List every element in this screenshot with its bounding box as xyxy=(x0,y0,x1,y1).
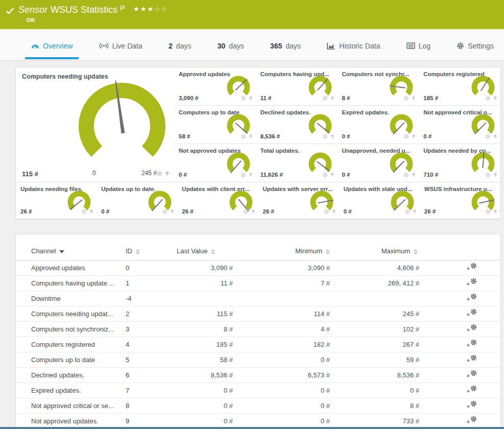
gauge-settings-gear-icon[interactable] xyxy=(156,170,162,179)
channel-gauge-tile[interactable]: Updates with stale upd... 0 # xyxy=(339,182,420,219)
gauge-settings-gear-icon[interactable] xyxy=(403,132,409,141)
channel-settings-gear-icon[interactable] xyxy=(467,278,477,287)
gauge-settings-gear-icon[interactable] xyxy=(485,94,491,103)
channel-gauge-tile[interactable]: Updates up to date. 0 # xyxy=(97,182,177,219)
channel-settings-gear-icon[interactable] xyxy=(467,354,477,364)
gauge-settings-gear-icon[interactable] xyxy=(241,132,246,141)
tab-settings[interactable]: Settings xyxy=(453,31,497,61)
channel-gauge-tile[interactable]: Not approved updates 0 # xyxy=(174,144,256,182)
gauge-pin-icon[interactable] xyxy=(170,207,175,217)
cell-channel[interactable]: Approved updates xyxy=(16,260,126,275)
gauge-settings-gear-icon[interactable] xyxy=(403,171,409,180)
gauge-pin-icon[interactable] xyxy=(493,94,498,103)
cell-channel[interactable]: Computers having update ... xyxy=(16,275,126,291)
gauge-settings-gear-icon[interactable] xyxy=(404,207,410,217)
gauge-settings-gear-icon[interactable] xyxy=(241,94,246,103)
gauge-settings-gear-icon[interactable] xyxy=(485,207,491,217)
gauge-settings-gear-icon[interactable] xyxy=(485,171,491,180)
gauge-settings-gear-icon[interactable] xyxy=(241,171,246,180)
gauge-pin-icon[interactable] xyxy=(411,94,416,103)
priority-stars[interactable]: ★★★☆☆ xyxy=(133,5,168,14)
tab-historic-data[interactable]: Historic Data xyxy=(324,31,383,61)
cell-channel[interactable]: Downtime xyxy=(16,291,126,306)
column-header-id[interactable]: ID xyxy=(126,243,177,260)
channel-gauge-tile[interactable]: Declined updates. 8,536 # xyxy=(256,106,338,144)
gauge-pin-icon[interactable] xyxy=(331,207,337,217)
column-header-maximum[interactable]: Maximum xyxy=(338,243,427,260)
cell-channel[interactable]: Computers needing updat... xyxy=(16,306,126,321)
status-check-icon xyxy=(6,7,14,16)
gauge-pin-icon[interactable] xyxy=(411,171,416,180)
channel-gauge-tile[interactable]: Total updates. 11,626 # xyxy=(256,144,338,182)
gauge-pin-icon[interactable] xyxy=(89,207,94,217)
gauge-pin-icon[interactable] xyxy=(251,207,256,217)
gauge-pin-icon[interactable] xyxy=(248,132,253,141)
cell-channel[interactable]: Computers up to date xyxy=(16,352,126,367)
gauge-settings-gear-icon[interactable] xyxy=(324,207,329,217)
gauge-pin-icon[interactable] xyxy=(330,94,335,103)
channel-settings-gear-icon[interactable] xyxy=(467,385,477,394)
channel-settings-gear-icon[interactable] xyxy=(467,339,477,348)
channel-gauge-tile[interactable]: Updates with client err... 26 # xyxy=(177,182,258,219)
tab-log[interactable]: Log xyxy=(403,31,434,61)
gauge-pin-icon[interactable] xyxy=(493,132,498,141)
channel-gauge-tile[interactable]: Approved updates 3,090 # xyxy=(174,67,256,106)
channel-settings-gear-icon[interactable] xyxy=(467,324,477,333)
gauge-settings-gear-icon[interactable] xyxy=(403,94,409,103)
channel-gauge-tile[interactable]: WSUS infrastructure u... 26 # xyxy=(420,182,500,219)
flag-icon[interactable] xyxy=(120,3,125,13)
gauge-settings-gear-icon[interactable] xyxy=(322,171,328,180)
channel-gauge-value: 0 # xyxy=(344,208,352,214)
channel-settings-gear-icon[interactable] xyxy=(467,308,477,318)
channel-gauge-tile[interactable]: Computers registered 185 # xyxy=(419,67,500,106)
cell-channel[interactable]: Not approved updates. xyxy=(16,413,126,428)
channel-gauge-tile[interactable]: Updates needed by co... 710 # xyxy=(419,144,500,182)
gauge-pin-icon[interactable] xyxy=(493,207,498,217)
gauge-settings-gear-icon[interactable] xyxy=(322,94,328,103)
tab-overview[interactable]: Overview xyxy=(28,31,76,61)
cell-minimum: 0 # xyxy=(235,398,338,413)
gauge-pin-icon[interactable] xyxy=(493,171,498,180)
column-header-minimum[interactable]: Minimum xyxy=(235,243,338,260)
channel-gauge-tile[interactable]: Expired updates. 0 # xyxy=(338,106,419,144)
cell-channel[interactable]: Expired updates. xyxy=(16,383,126,398)
channel-settings-gear-icon[interactable] xyxy=(467,263,477,272)
cell-channel[interactable]: Computers registered xyxy=(16,337,126,352)
gauge-settings-gear-icon[interactable] xyxy=(322,132,328,141)
gauge-pin-icon[interactable] xyxy=(248,94,253,103)
cell-channel[interactable]: Computers not synchroniz... xyxy=(16,321,126,337)
gauge-pin-icon[interactable] xyxy=(330,132,335,141)
channel-gauge-tile[interactable]: Updates with server err... 26 # xyxy=(258,182,339,219)
channel-gauge-tile[interactable]: Updates needing files. 26 # xyxy=(16,182,97,219)
column-header-last-value[interactable]: Last Value xyxy=(177,243,235,260)
gauge-settings-gear-icon[interactable] xyxy=(243,207,249,217)
gauge-pin-icon[interactable] xyxy=(411,132,416,141)
cell-maximum: 733 # xyxy=(338,413,427,428)
tab-30-days[interactable]: 30 days xyxy=(214,31,247,61)
gauge-settings-gear-icon[interactable] xyxy=(162,207,167,217)
channel-gauge-tile[interactable]: Computers having upd... 11 # xyxy=(256,67,338,106)
channel-settings-gear-icon[interactable] xyxy=(467,400,477,410)
gauge-pin-icon[interactable] xyxy=(164,170,170,179)
gauge-pin-icon[interactable] xyxy=(412,207,417,217)
gauge-settings-gear-icon[interactable] xyxy=(485,132,491,141)
channel-gauge-tile[interactable]: Computers not synchr... 8 # xyxy=(338,67,419,106)
column-header-channel[interactable]: Channel xyxy=(16,243,126,260)
cell-channel[interactable]: Declined updates. xyxy=(16,367,126,383)
gauge-pin-icon[interactable] xyxy=(330,171,335,180)
tab-2-days[interactable]: 2 days xyxy=(165,31,194,61)
channel-settings-gear-icon[interactable] xyxy=(467,370,477,379)
channel-gauge-tile[interactable]: Not approved critical o... 0 # xyxy=(419,106,500,144)
channel-gauge-tile[interactable]: Unapproved, needed u... 0 # xyxy=(338,144,419,182)
channel-settings-gear-icon[interactable] xyxy=(467,416,477,425)
cell-channel[interactable]: Not approved critical or se... xyxy=(16,398,126,413)
cell-minimum: 0 # xyxy=(235,383,338,398)
tab-365-days[interactable]: 365 days xyxy=(267,31,304,61)
gauge-pin-icon[interactable] xyxy=(248,171,253,180)
live-data-icon xyxy=(99,42,109,49)
tab-bar: Overview Live Data 2 days 30 days 365 da… xyxy=(0,29,504,61)
gauge-settings-gear-icon[interactable] xyxy=(81,207,87,217)
channel-gauge-tile[interactable]: Computers up to date 58 # xyxy=(174,106,256,144)
channel-settings-gear-icon[interactable] xyxy=(467,293,477,302)
tab-live-data[interactable]: Live Data xyxy=(96,31,146,61)
